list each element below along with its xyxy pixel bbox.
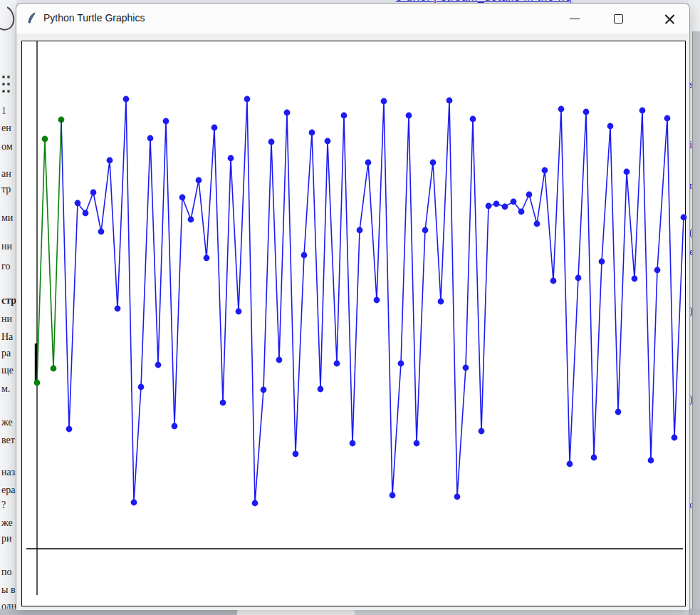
- tk-feather-icon: [26, 12, 38, 24]
- bottom-strip-highlight: [237, 609, 355, 615]
- text-fragment: ще: [1, 365, 14, 376]
- maximize-button[interactable]: [602, 6, 634, 31]
- text-fragment: ри: [1, 533, 12, 544]
- text-fragment: тр: [1, 184, 11, 195]
- text-fragment: ера: [1, 485, 15, 495]
- text-fragment: по: [1, 567, 12, 577]
- text-fragment: ни: [1, 241, 12, 252]
- text-fragment: ен: [1, 123, 11, 133]
- text-fragment: же: [1, 417, 13, 428]
- grip-dots-icon: [2, 76, 5, 78]
- background-logo-fragment: [0, 2, 16, 33]
- text-fragment: На: [1, 331, 13, 342]
- close-button[interactable]: [654, 6, 685, 31]
- close-icon: [664, 13, 676, 25]
- text-fragment: стр: [1, 295, 16, 306]
- text-fragment: 1: [1, 105, 6, 116]
- text-fragment: м.: [1, 383, 10, 394]
- text-fragment: ми: [1, 212, 13, 223]
- background-left-strip: 1еномантрминигострниНаращем.жеветназера?…: [0, 0, 16, 615]
- text-fragment: ни: [1, 314, 12, 324]
- text-fragment: вет: [1, 435, 15, 445]
- turtle-graphics-window: Python Turtle Graphics: [16, 3, 690, 610]
- text-fragment: ?: [1, 500, 6, 510]
- text-fragment: ан: [1, 168, 11, 179]
- text-fragment: ы в: [1, 584, 16, 595]
- text-fragment: ом: [1, 141, 13, 152]
- text-fragment: го: [1, 261, 10, 272]
- turtle-canvas: [21, 41, 686, 606]
- maximize-icon: [614, 14, 623, 24]
- minimize-icon: [570, 19, 580, 19]
- background-scrollbar[interactable]: [692, 31, 700, 615]
- text-fragment: наз: [1, 467, 15, 477]
- text-fragment: же: [1, 517, 13, 528]
- minimize-button[interactable]: [559, 6, 590, 31]
- window-title: Python Turtle Graphics: [43, 12, 145, 24]
- title-bar[interactable]: Python Turtle Graphics: [16, 4, 689, 33]
- text-fragment: ра: [1, 348, 11, 358]
